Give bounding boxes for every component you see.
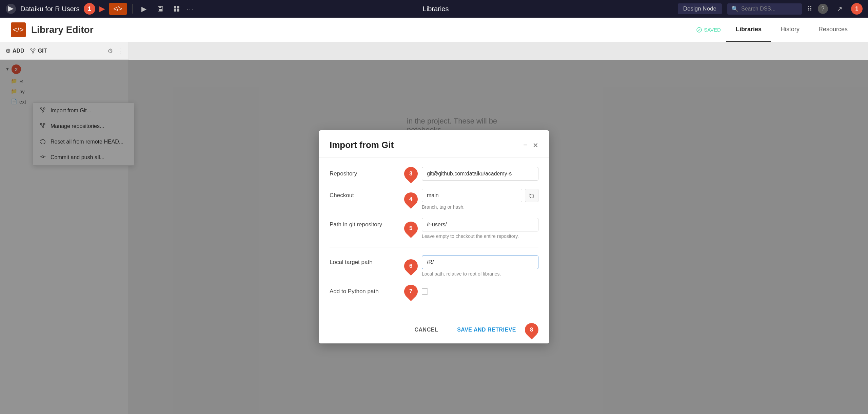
checkout-input-group: Branch, tag or hash. — [422, 189, 538, 210]
checkout-input[interactable] — [422, 189, 522, 202]
svg-rect-6 — [174, 9, 176, 12]
repository-label: Repository — [330, 167, 397, 177]
analytics-icon[interactable]: ↗ — [833, 3, 846, 15]
refresh-icon — [529, 193, 534, 198]
svg-rect-3 — [159, 9, 162, 11]
local-path-row: Local target path 6 Local path, relative… — [330, 256, 538, 277]
toolbar-icons: ⚙ ⋮ — [107, 47, 123, 55]
separator — [132, 4, 133, 14]
code-button[interactable]: </> — [109, 3, 127, 15]
editor-icon: </> — [11, 22, 26, 37]
svg-rect-7 — [177, 9, 179, 12]
settings-icon[interactable]: ⚙ — [107, 47, 113, 55]
topbar: Dataiku for R Users 1 ▶ </> ▶ ··· Librar… — [0, 0, 868, 18]
step1-badge: 1 — [84, 3, 95, 15]
form-divider — [330, 247, 538, 247]
path-input-group: Leave empty to checkout the entire repos… — [422, 218, 538, 239]
step7-badge: 7 — [401, 282, 421, 301]
modal-controls: − ✕ — [523, 141, 538, 149]
app-title: Dataiku for R Users — [20, 5, 80, 13]
search-icon: 🔍 — [731, 5, 738, 13]
modal-minimize-button[interactable]: − — [523, 141, 527, 149]
checkout-label: Checkout — [330, 189, 397, 199]
search-bar[interactable]: 🔍 Search DSS... — [727, 3, 802, 15]
topbar-right: Design Node 🔍 Search DSS... ⠿ ? ↗ 1 — [678, 3, 863, 15]
header-tabs: SAVED Libraries History Resources — [696, 18, 857, 42]
step5-badge: 5 — [401, 219, 421, 238]
more-icon[interactable]: ⋮ — [117, 47, 123, 55]
svg-point-11 — [32, 52, 34, 53]
local-path-label: Local target path — [330, 256, 397, 266]
path-row: Path in git repository 5 Leave empty to … — [330, 218, 538, 239]
import-git-modal: Import from Git − ✕ Repository 3 — [319, 130, 549, 343]
python-path-label: Add to Python path — [330, 285, 397, 295]
saved-label: SAVED — [704, 27, 721, 33]
play-button[interactable]: ▶ — [138, 3, 150, 15]
svg-point-10 — [34, 49, 35, 50]
tab-resources[interactable]: Resources — [809, 18, 857, 42]
modal-overlay: Import from Git − ✕ Repository 3 — [0, 60, 868, 414]
path-label: Path in git repository — [330, 218, 397, 228]
step3-badge: 3 — [401, 164, 421, 184]
svg-rect-2 — [159, 6, 161, 8]
tab-history[interactable]: History — [771, 18, 809, 42]
git-icon — [30, 48, 36, 54]
dataiku-logo — [5, 3, 16, 14]
sidebar-toolbar: ⊕ ADD GIT ⚙ ⋮ — [0, 42, 129, 60]
checkout-row: Checkout 4 Branch, tag or hash. — [330, 189, 538, 210]
modal-footer: CANCEL SAVE AND RETRIEVE 8 — [319, 316, 549, 343]
modal-close-button[interactable]: ✕ — [533, 141, 538, 149]
python-path-row: Add to Python path 7 — [330, 285, 538, 298]
step8-badge: 8 — [522, 320, 541, 340]
secondary-header: </> Library Editor SAVED Libraries Histo… — [0, 18, 868, 42]
saved-indicator: SAVED — [696, 27, 721, 33]
path-input[interactable] — [422, 218, 538, 231]
tab-libraries[interactable]: Libraries — [726, 18, 771, 42]
add-button[interactable]: ⊕ ADD — [5, 47, 24, 55]
page-title: Library Editor — [31, 24, 94, 35]
search-placeholder: Search DSS... — [741, 6, 775, 12]
code-bracket-icon: </> — [13, 25, 24, 34]
git-button[interactable]: GIT — [30, 48, 47, 54]
svg-point-9 — [31, 49, 32, 50]
svg-rect-4 — [174, 6, 176, 8]
python-path-checkbox[interactable] — [422, 288, 428, 295]
svg-rect-5 — [177, 6, 179, 8]
notification-badge[interactable]: 1 — [851, 3, 863, 15]
libraries-label: Libraries — [423, 5, 449, 13]
svg-line-13 — [33, 50, 35, 52]
grid-button[interactable] — [171, 3, 183, 15]
local-path-hint: Local path, relative to root of librarie… — [422, 271, 538, 277]
repository-input[interactable] — [422, 167, 538, 181]
checkout-hint: Branch, tag or hash. — [422, 204, 538, 210]
checkout-with-refresh — [422, 189, 538, 202]
modal-title: Import from Git — [330, 140, 394, 150]
local-path-input-group: Local path, relative to root of librarie… — [422, 256, 538, 277]
apps-icon[interactable]: ⠿ — [807, 5, 812, 13]
path-hint: Leave empty to checkout the entire repos… — [422, 233, 538, 239]
plus-icon: ⊕ — [5, 47, 11, 55]
design-node-button[interactable]: Design Node — [678, 3, 722, 14]
main-content: ⊕ ADD GIT ⚙ ⋮ ▼ 2 📁 R 📁 — [0, 42, 868, 414]
step6-badge: 6 — [401, 257, 421, 276]
svg-line-12 — [31, 50, 33, 52]
save-retrieve-button[interactable]: SAVE AND RETRIEVE — [452, 323, 521, 336]
cancel-button[interactable]: CANCEL — [409, 323, 443, 336]
save-retrieve-group: SAVE AND RETRIEVE 8 — [452, 323, 538, 337]
help-button[interactable]: ? — [818, 4, 828, 14]
code-icon: </> — [113, 5, 122, 13]
modal-body: Repository 3 Checkout 4 — [319, 157, 549, 316]
modal-header: Import from Git − ✕ — [319, 130, 549, 157]
step4-badge: 4 — [401, 190, 421, 209]
arrow-icon: ▶ — [99, 4, 105, 13]
repository-row: Repository 3 — [330, 167, 538, 181]
repository-input-group — [422, 167, 538, 181]
local-path-input[interactable] — [422, 256, 538, 269]
refresh-button[interactable] — [525, 189, 538, 202]
save-button[interactable] — [154, 3, 166, 15]
more-options[interactable]: ··· — [187, 5, 194, 13]
topbar-center: Libraries — [198, 5, 674, 13]
